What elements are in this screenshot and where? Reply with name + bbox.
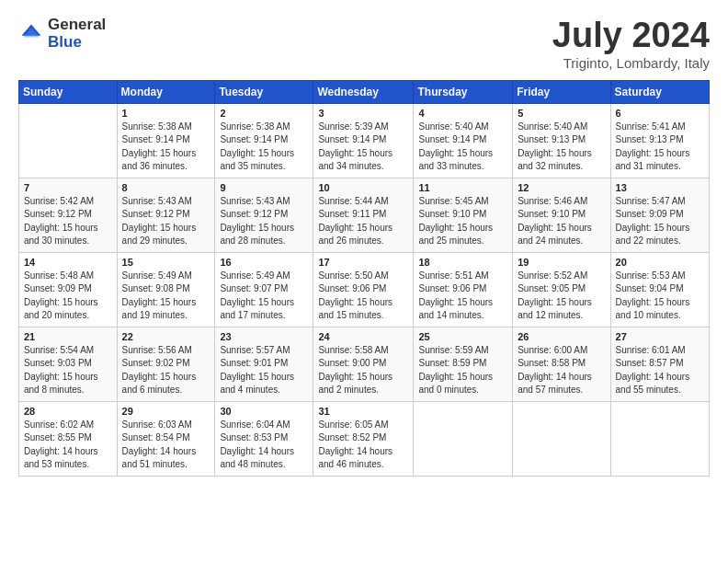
logo-general: General	[48, 17, 106, 34]
calendar-cell: 16Sunrise: 5:49 AM Sunset: 9:07 PM Dayli…	[215, 252, 313, 327]
calendar-cell: 9Sunrise: 5:43 AM Sunset: 9:12 PM Daylig…	[215, 178, 313, 252]
day-info: Sunrise: 5:44 AM Sunset: 9:11 PM Dayligh…	[318, 195, 408, 248]
day-number: 27	[616, 331, 704, 342]
calendar-cell: 12Sunrise: 5:46 AM Sunset: 9:10 PM Dayli…	[513, 178, 610, 252]
day-number: 3	[318, 108, 408, 119]
calendar-cell	[414, 401, 513, 476]
page: General Blue July 2024 Triginto, Lombard…	[0, 0, 728, 563]
logo-text: General Blue	[48, 17, 106, 51]
calendar-cell: 31Sunrise: 6:05 AM Sunset: 8:52 PM Dayli…	[313, 401, 414, 476]
calendar-cell: 14Sunrise: 5:48 AM Sunset: 9:09 PM Dayli…	[19, 252, 118, 327]
day-info: Sunrise: 5:54 AM Sunset: 9:03 PM Dayligh…	[24, 344, 112, 397]
calendar-cell: 8Sunrise: 5:43 AM Sunset: 9:12 PM Daylig…	[117, 178, 215, 252]
calendar-week-1: 1Sunrise: 5:38 AM Sunset: 9:14 PM Daylig…	[19, 103, 710, 178]
calendar-cell: 25Sunrise: 5:59 AM Sunset: 8:59 PM Dayli…	[414, 327, 513, 401]
calendar-cell: 11Sunrise: 5:45 AM Sunset: 9:10 PM Dayli…	[414, 178, 513, 252]
day-number: 11	[418, 182, 507, 193]
calendar-cell: 17Sunrise: 5:50 AM Sunset: 9:06 PM Dayli…	[313, 252, 414, 327]
day-info: Sunrise: 5:50 AM Sunset: 9:06 PM Dayligh…	[318, 270, 408, 323]
day-number: 22	[122, 331, 210, 342]
day-info: Sunrise: 5:49 AM Sunset: 9:08 PM Dayligh…	[122, 270, 210, 323]
day-number: 2	[220, 108, 308, 119]
calendar-cell: 26Sunrise: 6:00 AM Sunset: 8:58 PM Dayli…	[513, 327, 610, 401]
day-number: 24	[318, 331, 408, 342]
main-title: July 2024	[552, 17, 710, 55]
day-info: Sunrise: 5:38 AM Sunset: 9:14 PM Dayligh…	[220, 121, 308, 174]
header: General Blue July 2024 Triginto, Lombard…	[18, 17, 710, 71]
day-info: Sunrise: 6:05 AM Sunset: 8:52 PM Dayligh…	[318, 419, 408, 472]
day-number: 10	[318, 182, 408, 193]
day-number: 7	[24, 182, 112, 193]
calendar-week-4: 21Sunrise: 5:54 AM Sunset: 9:03 PM Dayli…	[19, 327, 710, 401]
day-number: 13	[616, 182, 704, 193]
day-number: 8	[122, 182, 210, 193]
calendar-header-row: SundayMondayTuesdayWednesdayThursdayFrid…	[19, 80, 710, 103]
calendar-cell: 30Sunrise: 6:04 AM Sunset: 8:53 PM Dayli…	[215, 401, 313, 476]
calendar-cell: 4Sunrise: 5:40 AM Sunset: 9:14 PM Daylig…	[414, 103, 513, 178]
calendar-cell: 19Sunrise: 5:52 AM Sunset: 9:05 PM Dayli…	[513, 252, 610, 327]
day-info: Sunrise: 5:53 AM Sunset: 9:04 PM Dayligh…	[616, 270, 704, 323]
calendar-cell	[19, 103, 118, 178]
day-info: Sunrise: 5:40 AM Sunset: 9:14 PM Dayligh…	[418, 121, 507, 174]
calendar-week-3: 14Sunrise: 5:48 AM Sunset: 9:09 PM Dayli…	[19, 252, 710, 327]
day-number: 1	[122, 108, 210, 119]
logo-blue: Blue	[48, 34, 106, 52]
day-number: 6	[616, 108, 704, 119]
day-info: Sunrise: 5:39 AM Sunset: 9:14 PM Dayligh…	[318, 121, 408, 174]
day-number: 28	[24, 406, 112, 417]
day-number: 12	[518, 182, 605, 193]
day-info: Sunrise: 6:02 AM Sunset: 8:55 PM Dayligh…	[24, 419, 112, 472]
day-number: 21	[24, 331, 112, 342]
day-info: Sunrise: 5:48 AM Sunset: 9:09 PM Dayligh…	[24, 270, 112, 323]
day-info: Sunrise: 5:56 AM Sunset: 9:02 PM Dayligh…	[122, 344, 210, 397]
calendar-cell: 2Sunrise: 5:38 AM Sunset: 9:14 PM Daylig…	[215, 103, 313, 178]
calendar-cell: 5Sunrise: 5:40 AM Sunset: 9:13 PM Daylig…	[513, 103, 610, 178]
calendar-week-5: 28Sunrise: 6:02 AM Sunset: 8:55 PM Dayli…	[19, 401, 710, 476]
calendar-cell: 23Sunrise: 5:57 AM Sunset: 9:01 PM Dayli…	[215, 327, 313, 401]
day-info: Sunrise: 6:00 AM Sunset: 8:58 PM Dayligh…	[518, 344, 605, 397]
calendar-header-wednesday: Wednesday	[313, 80, 414, 103]
calendar-cell: 29Sunrise: 6:03 AM Sunset: 8:54 PM Dayli…	[117, 401, 215, 476]
day-info: Sunrise: 5:49 AM Sunset: 9:07 PM Dayligh…	[220, 270, 308, 323]
day-info: Sunrise: 6:01 AM Sunset: 8:57 PM Dayligh…	[616, 344, 704, 397]
day-info: Sunrise: 5:58 AM Sunset: 9:00 PM Dayligh…	[318, 344, 408, 397]
calendar-cell: 21Sunrise: 5:54 AM Sunset: 9:03 PM Dayli…	[19, 327, 118, 401]
calendar-cell: 7Sunrise: 5:42 AM Sunset: 9:12 PM Daylig…	[19, 178, 118, 252]
day-number: 9	[220, 182, 308, 193]
calendar-header-sunday: Sunday	[19, 80, 118, 103]
calendar-header-thursday: Thursday	[414, 80, 513, 103]
calendar-header-monday: Monday	[117, 80, 215, 103]
day-info: Sunrise: 5:38 AM Sunset: 9:14 PM Dayligh…	[122, 121, 210, 174]
day-info: Sunrise: 5:51 AM Sunset: 9:06 PM Dayligh…	[418, 270, 507, 323]
calendar-cell: 6Sunrise: 5:41 AM Sunset: 9:13 PM Daylig…	[610, 103, 709, 178]
day-info: Sunrise: 5:47 AM Sunset: 9:09 PM Dayligh…	[616, 195, 704, 248]
day-info: Sunrise: 5:52 AM Sunset: 9:05 PM Dayligh…	[518, 270, 605, 323]
calendar-cell: 13Sunrise: 5:47 AM Sunset: 9:09 PM Dayli…	[610, 178, 709, 252]
day-number: 29	[122, 406, 210, 417]
day-info: Sunrise: 5:59 AM Sunset: 8:59 PM Dayligh…	[418, 344, 507, 397]
day-number: 30	[220, 406, 308, 417]
day-number: 25	[418, 331, 507, 342]
day-number: 18	[418, 257, 507, 268]
day-info: Sunrise: 6:04 AM Sunset: 8:53 PM Dayligh…	[220, 419, 308, 472]
day-info: Sunrise: 5:41 AM Sunset: 9:13 PM Dayligh…	[616, 121, 704, 174]
day-number: 5	[518, 108, 605, 119]
day-number: 4	[418, 108, 507, 119]
calendar-cell: 24Sunrise: 5:58 AM Sunset: 9:00 PM Dayli…	[313, 327, 414, 401]
calendar-cell: 18Sunrise: 5:51 AM Sunset: 9:06 PM Dayli…	[414, 252, 513, 327]
calendar-cell: 3Sunrise: 5:39 AM Sunset: 9:14 PM Daylig…	[313, 103, 414, 178]
day-number: 14	[24, 257, 112, 268]
calendar-header-tuesday: Tuesday	[215, 80, 313, 103]
logo-icon	[18, 21, 44, 47]
calendar-cell: 1Sunrise: 5:38 AM Sunset: 9:14 PM Daylig…	[117, 103, 215, 178]
day-info: Sunrise: 6:03 AM Sunset: 8:54 PM Dayligh…	[122, 419, 210, 472]
calendar-cell: 10Sunrise: 5:44 AM Sunset: 9:11 PM Dayli…	[313, 178, 414, 252]
calendar-cell: 28Sunrise: 6:02 AM Sunset: 8:55 PM Dayli…	[19, 401, 118, 476]
calendar-cell: 22Sunrise: 5:56 AM Sunset: 9:02 PM Dayli…	[117, 327, 215, 401]
day-info: Sunrise: 5:46 AM Sunset: 9:10 PM Dayligh…	[518, 195, 605, 248]
day-number: 16	[220, 257, 308, 268]
title-area: July 2024 Triginto, Lombardy, Italy	[552, 17, 710, 71]
calendar-cell	[610, 401, 709, 476]
calendar-table: SundayMondayTuesdayWednesdayThursdayFrid…	[18, 80, 710, 477]
day-info: Sunrise: 5:45 AM Sunset: 9:10 PM Dayligh…	[418, 195, 507, 248]
